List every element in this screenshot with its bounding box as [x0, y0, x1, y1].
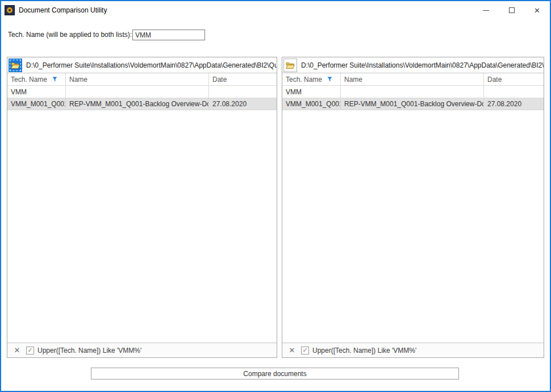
column-header-tech-name[interactable]: Tech. Name: [7, 73, 66, 85]
filter-cell-date[interactable]: [484, 86, 544, 98]
minimize-icon: [483, 10, 489, 11]
documents-grid: Tech. Name Name Date VMM VMM_M001_Q001 R…: [282, 73, 544, 343]
filter-expression: Upper([Tech. Name]) Like 'VMM%': [37, 347, 141, 355]
cell-date: 27.08.2020: [484, 98, 544, 110]
cell-name: REP-VMM_M001_Q001-Backlog Overview-Doc_E…: [66, 98, 209, 110]
filter-cell-name[interactable]: [341, 86, 484, 98]
maximize-button[interactable]: [499, 1, 524, 19]
file-list-panel-left: D:\0_Performer Suite\Installations\Volde…: [7, 57, 277, 358]
filter-cell-date[interactable]: [209, 86, 277, 98]
filter-bar: ✕ ✓ Upper([Tech. Name]) Like 'VMM%': [7, 343, 277, 357]
open-folder-icon: [11, 61, 20, 69]
filter-cell-name[interactable]: [66, 86, 209, 98]
cell-tech-name: VMM_M001_Q001: [282, 98, 341, 110]
close-icon: ✕: [534, 7, 540, 14]
column-header-tech-name[interactable]: Tech. Name: [282, 73, 341, 85]
minimize-button[interactable]: [473, 1, 499, 19]
title-bar: Document Comparison Utility ✕: [1, 1, 550, 19]
column-header-name[interactable]: Name: [341, 73, 484, 85]
maximize-icon: [509, 7, 515, 13]
window-title: Document Comparison Utility: [19, 6, 107, 14]
window-controls: ✕: [473, 1, 550, 19]
clear-filter-icon[interactable]: ✕: [13, 347, 21, 354]
table-row[interactable]: VMM_M001_Q001 REP-VMM_M001_Q001-Backlog …: [7, 98, 277, 110]
filter-cell-tech-name[interactable]: VMM: [282, 86, 341, 98]
grid-filter-row: VMM: [282, 86, 544, 98]
path-row: D:\0_Performer Suite\Installations\Volde…: [282, 57, 544, 73]
close-button[interactable]: ✕: [524, 1, 550, 19]
table-row[interactable]: VMM_M001_Q001 REP-VMM_M001_Q001-Backlog …: [282, 98, 544, 110]
file-list-panel-right: D:\0_Performer Suite\Installations\Volde…: [282, 57, 544, 358]
documents-grid: Tech. Name Name Date VMM VMM_M001_Q001 R…: [7, 73, 277, 343]
cell-tech-name: VMM_M001_Q001: [7, 98, 66, 110]
cell-date: 27.08.2020: [209, 98, 277, 110]
tech-name-input[interactable]: [132, 30, 205, 40]
checkmark-icon: ✓: [302, 347, 307, 354]
filter-funnel-icon[interactable]: [327, 77, 332, 82]
path-row: D:\0_Performer Suite\Installations\Volde…: [7, 57, 277, 73]
grid-header-row: Tech. Name Name Date: [7, 73, 277, 86]
column-header-date[interactable]: Date: [484, 73, 544, 85]
browse-folder-button[interactable]: [283, 59, 297, 72]
app-window: Document Comparison Utility ✕ Tech. Name…: [0, 0, 551, 392]
filter-enabled-checkbox[interactable]: ✓: [301, 347, 309, 355]
app-icon: [5, 5, 15, 15]
clear-filter-icon[interactable]: ✕: [288, 347, 296, 354]
app-icon-ring: [7, 7, 12, 13]
grid-header-row: Tech. Name Name Date: [282, 73, 544, 86]
grid-filter-row: VMM: [7, 86, 277, 98]
filter-expression: Upper([Tech. Name]) Like 'VMM%': [312, 347, 416, 355]
open-folder-icon: [286, 61, 295, 69]
folder-path: D:\0_Performer Suite\Installations\Volde…: [301, 61, 544, 69]
column-header-name[interactable]: Name: [66, 73, 209, 85]
filter-funnel-icon[interactable]: [52, 77, 57, 82]
column-header-date[interactable]: Date: [209, 73, 277, 85]
grid-empty-area: [7, 110, 277, 343]
cell-name: REP-VMM_M001_Q001-Backlog Overview-Doc_E…: [341, 98, 484, 110]
checkmark-icon: ✓: [27, 347, 32, 354]
grid-empty-area: [282, 110, 544, 343]
filter-cell-tech-name[interactable]: VMM: [7, 86, 66, 98]
browse-folder-button[interactable]: [9, 59, 22, 72]
filter-bar: ✕ ✓ Upper([Tech. Name]) Like 'VMM%': [282, 343, 544, 357]
tech-name-label: Tech. Name (will be applied to both list…: [8, 30, 132, 40]
compare-documents-button[interactable]: Compare documents: [91, 368, 459, 380]
folder-path: D:\0_Performer Suite\Installations\Volde…: [26, 61, 277, 69]
filter-enabled-checkbox[interactable]: ✓: [26, 347, 34, 355]
